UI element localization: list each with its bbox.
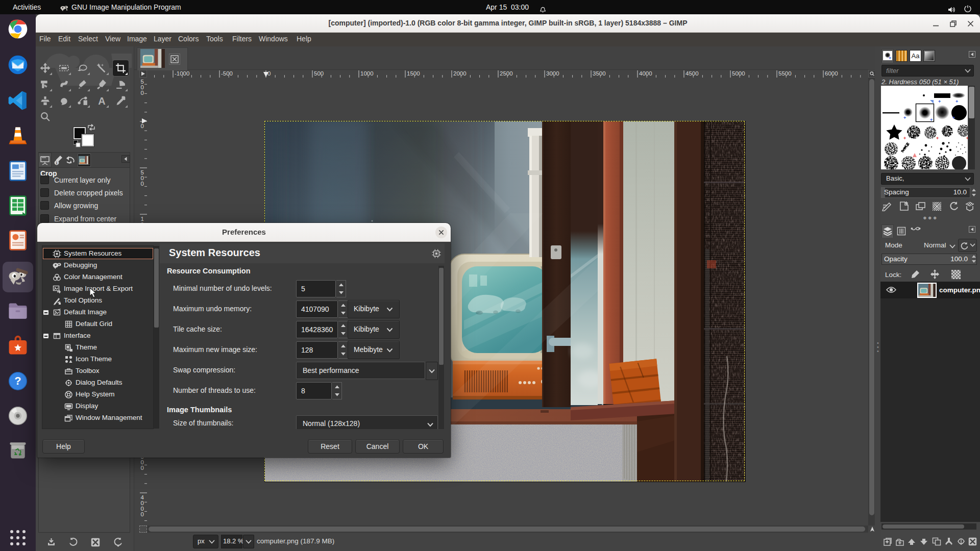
svg-text:+: + (903, 136, 906, 141)
svg-text:+: + (955, 99, 958, 104)
svg-text:4500: 4500 (685, 70, 699, 77)
svg-text:6000: 6000 (825, 70, 838, 77)
svg-text:-1000: -1000 (175, 70, 189, 77)
svg-text:3500: 3500 (593, 70, 606, 77)
svg-text:+: + (966, 136, 968, 141)
svg-text:500: 500 (314, 70, 324, 77)
svg-text:-500: -500 (221, 70, 233, 77)
svg-text:+: + (889, 56, 891, 60)
svg-text:2000: 2000 (453, 70, 467, 77)
svg-text:0: 0 (141, 90, 144, 96)
svg-text:5000: 5000 (732, 70, 745, 77)
svg-text:+: + (952, 115, 955, 120)
svg-text:+: + (936, 136, 939, 141)
svg-text:+: + (930, 117, 933, 122)
svg-text:+: + (938, 99, 941, 104)
svg-text:4000: 4000 (639, 70, 652, 77)
svg-text:A: A (98, 95, 105, 106)
svg-text:1500: 1500 (407, 70, 420, 77)
svg-text:+: + (903, 115, 906, 120)
svg-text:2500: 2500 (500, 70, 513, 77)
svg-text:0: 0 (141, 511, 144, 517)
svg-text:0: 0 (141, 465, 144, 471)
svg-text:0: 0 (141, 181, 144, 187)
svg-text:3000: 3000 (546, 70, 559, 77)
svg-text:?: ? (14, 374, 21, 387)
svg-text:5500: 5500 (778, 70, 792, 77)
svg-text:1000: 1000 (360, 70, 374, 77)
